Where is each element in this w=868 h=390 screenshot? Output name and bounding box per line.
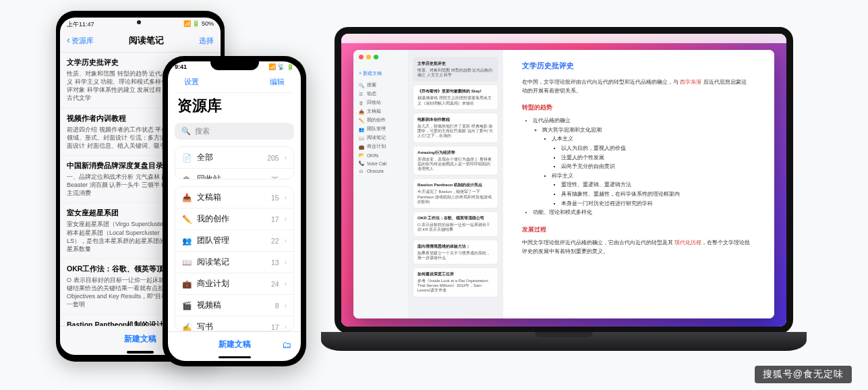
sidebar-item[interactable]: ✏️我的创作 — [357, 116, 404, 125]
note-card[interactable]: 电影剧本创作教程前几天，很偶然地打开了某部 经典电影 场面中，可爱的主角眨巴着眼… — [413, 113, 498, 143]
sidebar-item[interactable]: 📂OKRs — [357, 151, 404, 159]
sidebar-item[interactable]: ☰动态 — [357, 90, 404, 99]
sidebar-item[interactable]: 📞Voice Call — [357, 159, 404, 167]
status-icons: 📶 🔋 50% — [183, 20, 214, 29]
folder-count: 22 — [271, 237, 279, 245]
note-card[interactable]: 《乔布斯传》里那句被删掉的 Stay!都该感谢钱 理想主义的理想需要靠用点主义（… — [413, 84, 498, 109]
sidebar-item[interactable]: 👥团队管理 — [357, 125, 404, 134]
chevron-right-icon: › — [285, 154, 287, 161]
folder-label: 文稿箱 — [197, 192, 266, 202]
nav-bar: 资源库 阅读笔记 选择 — [60, 30, 221, 53]
search-icon: 🔍 — [181, 127, 191, 136]
sidebar-label: 商业计划 — [367, 144, 386, 150]
close-button[interactable] — [359, 55, 364, 59]
edit-button[interactable]: 编辑 — [270, 77, 285, 87]
folder-row[interactable]: ✏️我的创作17› — [175, 208, 293, 230]
sidebar-label: 阅读笔记 — [367, 135, 386, 141]
watermark: 搜狐号@食无定味 — [755, 366, 852, 383]
folder-icon: 💼 — [182, 279, 192, 289]
folder-row[interactable]: 👥团队管理22› — [175, 230, 293, 252]
sidebar-label: 文稿箱 — [367, 109, 381, 115]
folders-group: 📥文稿箱15›✏️我的创作17›👥团队管理22›📖阅读笔记13›💼商业计划24›… — [175, 186, 294, 331]
new-folder-button[interactable]: 🗂 — [282, 339, 291, 350]
note-card[interactable]: 如何建设深度工位所参考《Inside Look at a Flat Organi… — [413, 267, 498, 298]
folder-row[interactable]: 🗑回收站75› — [175, 169, 293, 179]
note-card[interactable]: 文学历史批评史性质、对象和范围 转型的趋势 近代品格的确立 人文主义 科学 — [413, 57, 498, 82]
note-list-column: 文学历史批评史性质、对象和范围 转型的趋势 近代品格的确立 人文主义 科学《乔布… — [409, 50, 503, 318]
display-bezel: + 新建文稿 🔍搜索☰动态🗑回收站📥文稿箱✏️我的创作👥团队管理📖阅读笔记💼商业… — [335, 27, 793, 333]
sidebar-item[interactable]: 🗂Obscura — [357, 167, 404, 175]
camera-dot — [137, 20, 141, 24]
sidebar-item[interactable]: 🔍搜索 — [357, 81, 404, 90]
new-doc-button[interactable]: 新建文稿 — [219, 339, 251, 350]
status-bar: 上午11:47 📶 🔋 50% — [60, 18, 221, 30]
section-heading: 发展过程 — [522, 225, 751, 234]
sidebar-icon: 🗑 — [359, 101, 364, 105]
laptop-base — [321, 332, 807, 351]
folder-count: 24 — [271, 280, 279, 288]
sidebar-label: 团队管理 — [367, 126, 386, 132]
note-card[interactable]: 面向境情境思维的体验方法：如果希望建立一个关于习惯养成的系统，第一步该做什么 — [413, 240, 498, 264]
back-button[interactable]: 资源库 — [67, 36, 94, 46]
sidebar-item[interactable]: 💼商业计划 — [357, 142, 404, 151]
folder-row[interactable]: ✍️写书17› — [175, 316, 293, 331]
sidebar-item[interactable]: 📖阅读笔记 — [357, 134, 404, 142]
card-title: 如何建设深度工位所 — [417, 271, 494, 277]
sidebar-item[interactable]: 📥文稿箱 — [357, 107, 404, 116]
sidebar-label: Obscura — [367, 169, 384, 173]
note-card[interactable]: OKR 工作法：谷歌、领英等顶级公司O 表示目标好的目标一让你一起床就有干劲 K… — [413, 211, 498, 236]
folder-label: 阅读笔记 — [197, 257, 266, 267]
section-heading: 转型的趋势 — [522, 103, 751, 112]
chevron-right-icon: › — [285, 323, 287, 331]
card-preview: 所谓改变，表现在个体行为选择上 看得更远的你为何还会困惑人是一群哼哼唱唱的非理性… — [417, 157, 494, 172]
iphone-frame: 9:41 📶 📡 🔋 设置 编辑 资源库 🔍 搜索 📄全部205›🗑回收站75›… — [163, 56, 306, 366]
card-title: 《乔布斯传》里那句被删掉的 Stay! — [417, 88, 494, 94]
sidebar-icon: 📥 — [359, 109, 364, 115]
doc-title: 文学历史批评史 — [522, 61, 751, 71]
folder-label: 我的创作 — [197, 214, 266, 224]
folder-row[interactable]: 💼商业计划24› — [175, 273, 293, 295]
bullet-list: 近代品格的确立 两大哲学思潮和文化思潮 人本主义 以人为目的，重视人的价值 注重… — [522, 116, 751, 217]
card-preview: 今天读完了 Bastion，顺便写了一下 Pantheon 游戏机制上的布局和对… — [417, 190, 494, 204]
chevron-right-icon: › — [285, 302, 287, 309]
menu-bar — [341, 34, 786, 43]
status-icons: 📶 📡 🔋 — [268, 63, 294, 70]
folder-label: 写书 — [197, 322, 266, 331]
home-indicator — [127, 351, 154, 354]
card-title: 文学历史批评史 — [417, 61, 494, 67]
note-card[interactable]: Bastion Pantheon 机制的设计亮点今天读完了 Bastion，顺便… — [413, 178, 498, 208]
desktop: + 新建文稿 🔍搜索☰动态🗑回收站📥文稿箱✏️我的创作👥团队管理📖阅读笔记💼商业… — [341, 34, 786, 327]
folder-row[interactable]: 📥文稿箱15› — [175, 187, 293, 208]
sidebar-item[interactable]: 🗑回收站 — [357, 99, 404, 107]
settings-button[interactable]: 设置 — [184, 77, 199, 87]
library-title: 资源库 — [177, 96, 291, 116]
folder-row[interactable]: 📄全部205› — [175, 147, 293, 169]
minimize-button[interactable] — [366, 55, 371, 59]
chevron-right-icon: › — [285, 280, 287, 287]
new-doc-button[interactable]: 新建文稿 — [124, 333, 156, 345]
home-indicator — [219, 356, 251, 358]
card-preview: 参考《Inside Look at a Flat Organization Th… — [417, 279, 494, 294]
sidebar-icon: 📞 — [359, 161, 364, 166]
search-field[interactable]: 🔍 搜索 — [175, 123, 294, 140]
folder-row[interactable]: 📖阅读笔记13› — [175, 252, 293, 273]
sidebar-icon: 📖 — [359, 136, 364, 141]
document-editor[interactable]: 文学历史批评史 在中国，文学理论批评由古代向近代的转型和近代品格的确立，与 西学… — [503, 50, 774, 318]
folder-label: 全部 — [197, 152, 262, 163]
sidebar-icon: ☰ — [359, 92, 364, 97]
folder-icon: 📥 — [182, 193, 192, 202]
folder-count: 17 — [271, 215, 279, 223]
new-doc-button[interactable]: + 新建文稿 — [357, 69, 404, 78]
card-title: Bastion Pantheon 机制的设计亮点 — [417, 182, 494, 188]
card-preview: O 表示目标好的目标一让你一起床就有干劲 KR 表示关键结果 — [417, 223, 494, 232]
select-button[interactable]: 选择 — [199, 36, 214, 46]
folder-row[interactable]: 🎬视频稿8› — [175, 295, 293, 316]
app-window: + 新建文稿 🔍搜索☰动态🗑回收站📥文稿箱✏️我的创作👥团队管理📖阅读笔记💼商业… — [353, 50, 774, 318]
zoom-button[interactable] — [374, 55, 378, 59]
top-group: 📄全部205›🗑回收站75› — [175, 146, 294, 179]
note-card[interactable]: Amazing行为经济学所谓改变，表现在个体行为选择上 看得更远的你为何还会困惑… — [413, 146, 498, 176]
sidebar-icon: 🗂 — [359, 169, 364, 173]
sidebar-label: Voice Call — [367, 161, 386, 166]
folder-icon: ✍️ — [182, 323, 192, 331]
chevron-right-icon: › — [285, 194, 287, 201]
